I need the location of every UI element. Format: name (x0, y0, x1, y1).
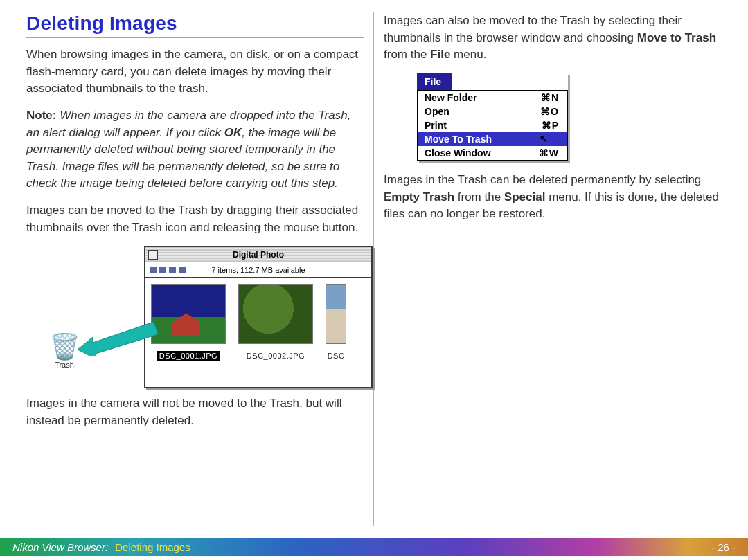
thumbnail-label: DSC_0002.JPG (244, 351, 308, 361)
thumbnail-image (326, 284, 346, 344)
file-menu-figure: File New Folder ⌘N Open ⌘O Print ⌘P (417, 73, 568, 161)
browser-figure: 🗑️ Trash Digital Photo 7 items, 112.7 MB… (47, 246, 364, 388)
menu-item-label: Close Window (425, 147, 491, 159)
text: from the (384, 48, 430, 61)
thumbnail-label: DSC (325, 351, 348, 361)
footer-section: Deleting Images (115, 541, 190, 553)
page-footer: Nikon View Browser: Deleting Images - 26… (0, 538, 748, 556)
menu-item-label: Move To Trash (425, 134, 492, 145)
note-label: Note: (26, 109, 56, 122)
footer-page-number: - 26 - (711, 541, 736, 553)
menu-item-label: Print (425, 120, 447, 131)
menu-item-shortcut: ⌘N (541, 92, 559, 103)
menu-item-shortcut: ⌘W (539, 147, 559, 159)
browser-window: Digital Photo 7 items, 112.7 MB availabl… (144, 246, 373, 388)
intro-paragraph: When browsing images in the camera, on d… (26, 46, 364, 98)
window-title: Digital Photo (145, 250, 371, 260)
page-title: Deleting Images (26, 12, 364, 35)
thumbnail: DSC_0002.JPG (238, 284, 313, 361)
bold-file: File (430, 48, 450, 61)
title-rule (26, 37, 364, 38)
cursor-icon: ↖ (540, 133, 548, 144)
window-titlebar: Digital Photo (145, 247, 371, 262)
window-toolbar: 7 items, 112.7 MB available (145, 262, 371, 278)
menu-item-move-to-trash: Move To Trash ↖ (418, 132, 567, 146)
thumbnail: DSC_0001.JPG (151, 284, 226, 361)
drag-arrow-icon (78, 322, 161, 356)
text: Images in the Trash can be deleted perma… (384, 173, 701, 186)
note-ok: OK (224, 126, 242, 139)
menu-item-shortcut: ⌘P (542, 120, 559, 131)
thumbnail-image (151, 284, 226, 344)
menu-item-print: Print ⌘P (418, 118, 567, 132)
menu-item-shortcut: ⌘O (540, 106, 559, 117)
move-to-trash-paragraph: Images can also be moved to the Trash by… (384, 12, 722, 64)
menu-item-close-window: Close Window ⌘W (418, 146, 567, 160)
footer-app-name: Nikon View Browser: (12, 541, 108, 553)
bold-special: Special (504, 190, 546, 204)
text: menu. (450, 48, 486, 61)
note-paragraph: Note: When images in the camera are drop… (26, 107, 364, 192)
thumbnail-image (238, 284, 313, 344)
drag-paragraph: Images can be moved to the Trash by drag… (26, 202, 364, 236)
thumbnail: DSC (326, 284, 346, 361)
text: from the (454, 190, 504, 204)
thumbnail-label: DSC_0001.JPG (157, 351, 220, 361)
window-status: 7 items, 112.7 MB available (145, 266, 371, 274)
bold-empty-trash: Empty Trash (384, 190, 454, 204)
svg-marker-0 (78, 322, 158, 356)
camera-paragraph: Images in the camera will not be moved t… (26, 395, 364, 429)
empty-trash-paragraph: Images in the Trash can be deleted perma… (384, 172, 722, 223)
menu-title: File (417, 73, 452, 90)
menu-item-open: Open ⌘O (418, 105, 567, 118)
menu-item-new-folder: New Folder ⌘N (418, 91, 567, 105)
bold-move-to-trash: Move to Trash (637, 31, 716, 44)
menu-item-label: New Folder (425, 92, 477, 103)
menu-item-label: Open (425, 106, 449, 117)
trash-label: Trash (44, 361, 84, 369)
